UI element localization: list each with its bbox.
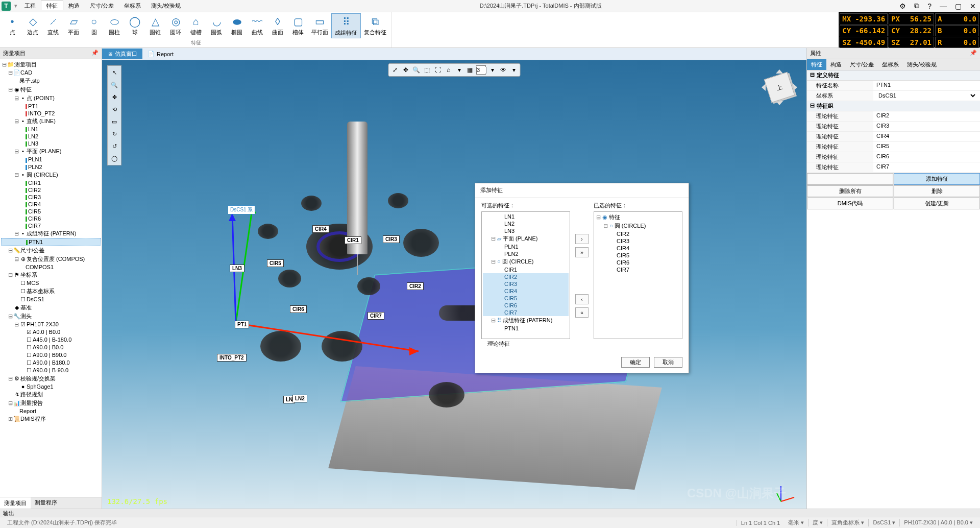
label-CIR6[interactable]: CIR6 xyxy=(290,305,307,313)
prop-section[interactable]: ⊟特征组 xyxy=(807,101,980,111)
tree-PT1[interactable]: PT1 xyxy=(1,103,101,110)
ok-button[interactable]: 确定 xyxy=(621,357,650,368)
available-list[interactable]: LN1LN2LN3⊟▱平面 (PLANE)PLN1PLN2⊟○圆 (CIRCLE… xyxy=(481,211,570,339)
zoom-window-icon[interactable]: ⬚ xyxy=(423,65,432,75)
tool-圆柱[interactable]: ⬭圆柱 xyxy=(104,13,125,37)
zoom-icon[interactable]: 🔍 xyxy=(109,79,120,90)
tree-SphGage1[interactable]: ●SphGage1 xyxy=(1,383,101,390)
maximize-icon[interactable]: ▢ xyxy=(951,1,966,12)
dlg-node-CIR1[interactable]: CIR1 xyxy=(483,266,569,273)
view-tab-仿真窗口[interactable]: 🖥仿真窗口 xyxy=(102,49,142,59)
tree-CIR3[interactable]: CIR3 xyxy=(1,194,101,201)
prop-tab-坐标系[interactable]: 坐标系 xyxy=(878,59,903,70)
tool-直线[interactable]: ⟋直线 xyxy=(43,13,63,37)
label-PT1[interactable]: PT1 xyxy=(235,321,249,328)
tool-复合特征[interactable]: ⧉复合特征 xyxy=(361,13,389,37)
label-CIR4[interactable]: CIR4 xyxy=(312,225,329,233)
tool-曲面[interactable]: ◊曲面 xyxy=(267,13,288,37)
tree-PTN1[interactable]: PTN1 xyxy=(1,238,101,246)
dlg-node-CIR6[interactable]: CIR6 xyxy=(483,302,569,309)
tree-坐标系[interactable]: ⊟⚑坐标系 xyxy=(1,271,101,279)
tree-复合位置度 (COMPOS)[interactable]: ⊟⊕复合位置度 (COMPOS) xyxy=(1,255,101,263)
dlg-node-圆 (CIRCLE)[interactable]: ⊟○圆 (CIRCLE) xyxy=(595,222,681,230)
prop-btn-添加特征[interactable]: 添加特征 xyxy=(894,173,980,185)
tree-PH10T-2X30[interactable]: ⊟☑PH10T-2X30 xyxy=(1,321,101,328)
prop-btn-删除[interactable]: 删除 xyxy=(894,185,980,197)
tree-MCS[interactable]: ☐MCS xyxy=(1,279,101,287)
prop-row-理论特征[interactable]: 理论特征CIR4 xyxy=(807,132,980,142)
menu-工程[interactable]: 工程 xyxy=(19,1,41,10)
prop-section[interactable]: ⊟定义特征 xyxy=(807,70,980,81)
tree-果子.stp[interactable]: 果子.stp xyxy=(1,77,101,85)
status-DsCS1 ▾[interactable]: DsCS1 ▾ xyxy=(868,519,899,526)
project-tree[interactable]: ⊟📁测量项目⊟📄CAD果子.stp⊟◉特征⊟•点 (POINT)PT1INTO_… xyxy=(0,59,102,497)
tree-Report[interactable]: Report xyxy=(1,407,101,415)
label-CIR1[interactable]: CIR1 xyxy=(345,236,361,244)
tree-LN2[interactable]: LN2 xyxy=(1,133,101,140)
menu-构造[interactable]: 构造 xyxy=(63,1,85,10)
tree-CIR6[interactable]: CIR6 xyxy=(1,215,101,222)
eye-icon[interactable]: 👁 xyxy=(499,65,508,75)
status-PH10T-2X30 | A0.0 | B0.0 ▾[interactable]: PH10T-2X30 | A0.0 | B0.0 ▾ xyxy=(899,519,977,526)
dlg-node-圆 (CIRCLE)[interactable]: ⊟○圆 (CIRCLE) xyxy=(483,257,569,266)
zoom-in-icon[interactable]: 🔍 xyxy=(412,65,421,75)
tree-A0.0 | B0.0[interactable]: ☑A0.0 | B0.0 xyxy=(1,328,101,336)
dlg-node-LN2[interactable]: LN2 xyxy=(483,220,569,227)
tree-DsCS1[interactable]: ☐DsCS1 xyxy=(1,296,101,303)
tool-圆环[interactable]: ◎圆环 xyxy=(165,13,186,37)
prop-btn-创建/更新[interactable]: 创建/更新 xyxy=(894,198,980,209)
tree-CIR2[interactable]: CIR2 xyxy=(1,186,101,194)
prop-tab-尺寸/公差[interactable]: 尺寸/公差 xyxy=(846,59,878,70)
left-tab-测量程序[interactable]: 测量程序 xyxy=(31,497,61,509)
status-直角坐标系 ▾[interactable]: 直角坐标系 ▾ xyxy=(827,519,868,526)
tree-尺寸/公差[interactable]: ⊟📏尺寸/公差 xyxy=(1,246,101,255)
rotate-icon[interactable]: ⟲ xyxy=(109,104,120,115)
tree-圆 (CIRCLE)[interactable]: ⊟•圆 (CIRCLE) xyxy=(1,171,101,179)
input-count[interactable] xyxy=(476,65,486,75)
dlg-node-CIR5[interactable]: CIR5 xyxy=(483,295,569,302)
move-right-button[interactable]: › xyxy=(575,234,589,244)
tree-CIR1[interactable]: CIR1 xyxy=(1,179,101,186)
pin-icon[interactable]: 📌 xyxy=(970,50,977,57)
label-LN3[interactable]: LN3 xyxy=(230,265,244,272)
dlg-node-CIR5[interactable]: CIR5 xyxy=(595,252,681,259)
grid-icon[interactable]: ▦ xyxy=(465,65,475,75)
tool-边点[interactable]: ◇边点 xyxy=(22,13,43,37)
prop-tab-特征[interactable]: 特征 xyxy=(807,59,826,70)
tree-DMIS程序[interactable]: ⊞📜DMIS程序 xyxy=(1,415,101,423)
tree-A90.0 | B180.0[interactable]: ☐A90.0 | B180.0 xyxy=(1,359,101,367)
tree-INTO_PT2[interactable]: INTO_PT2 xyxy=(1,110,101,117)
tree-PLN1[interactable]: PLN1 xyxy=(1,156,101,163)
tree-测量报告[interactable]: ⊟📊测量报告 xyxy=(1,399,101,407)
tree-A90.0 | B0.0[interactable]: ☐A90.0 | B0.0 xyxy=(1,344,101,351)
dlg-node-CIR2[interactable]: CIR2 xyxy=(595,230,681,237)
dlg-node-CIR3[interactable]: CIR3 xyxy=(483,280,569,287)
label-CIR7[interactable]: CIR7 xyxy=(368,312,384,320)
fit-icon[interactable]: ⤢ xyxy=(390,65,400,75)
dlg-node-PLN1[interactable]: PLN1 xyxy=(483,243,569,250)
dlg-node-CIR2[interactable]: CIR2 xyxy=(483,273,569,280)
tree-CIR4[interactable]: CIR4 xyxy=(1,201,101,208)
view-tab-Report[interactable]: 📄Report xyxy=(142,49,179,59)
status-毫米 ▾[interactable]: 毫米 ▾ xyxy=(784,519,808,526)
cancel-button[interactable]: 取消 xyxy=(654,357,682,368)
menu-坐标系[interactable]: 坐标系 xyxy=(119,1,146,10)
tool-圆弧[interactable]: ◡圆弧 xyxy=(206,13,227,37)
pan-icon[interactable]: ✥ xyxy=(109,91,120,103)
status-度 ▾[interactable]: 度 ▾ xyxy=(808,519,827,526)
dlg-node-CIR6[interactable]: CIR6 xyxy=(595,259,681,266)
tool-圆[interactable]: ○圆 xyxy=(84,13,104,37)
tree-校验规/交换架[interactable]: ⊟⚙校验规/交换架 xyxy=(1,374,101,383)
prop-row-理论特征[interactable]: 理论特征CIR3 xyxy=(807,122,980,132)
menu-特征[interactable]: 特征 xyxy=(41,1,63,10)
label-INTO_PT2[interactable]: INTO_PT2 xyxy=(217,354,247,362)
move-all-left-button[interactable]: « xyxy=(575,307,589,318)
prop-row-理论特征[interactable]: 理论特征CIR7 xyxy=(807,162,980,173)
tree-LN3[interactable]: LN3 xyxy=(1,140,101,147)
prop-tab-测头/校验规[interactable]: 测头/校验规 xyxy=(903,59,941,70)
cursor-icon[interactable]: ↖ xyxy=(109,67,120,78)
tree-A90.0 | B90.0[interactable]: ☐A90.0 | B90.0 xyxy=(1,351,101,359)
select-box-icon[interactable]: ▭ xyxy=(109,116,120,127)
dlg-node-PLN2[interactable]: PLN2 xyxy=(483,250,569,257)
pin-icon[interactable]: 📌 xyxy=(91,50,99,57)
